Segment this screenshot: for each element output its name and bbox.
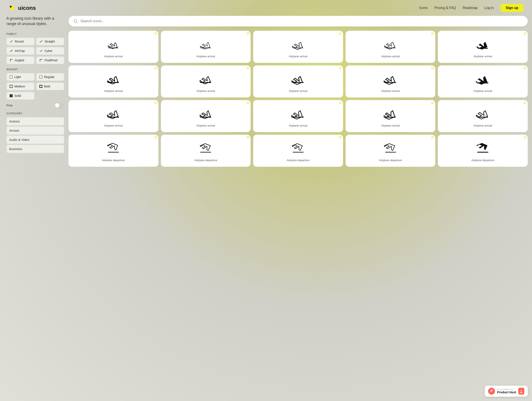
icon-label-dep-5: Airplane departure: [471, 159, 494, 162]
icon-label-3: Airplane arrival: [289, 55, 308, 58]
corner-badge-2: [246, 32, 249, 36]
icon-card-arr-2[interactable]: Airplane arrival: [161, 31, 251, 63]
airplane-arrival-icon-6: [106, 71, 121, 87]
corner-badge: [154, 32, 157, 36]
airplane-arrival-icon-13: [290, 106, 306, 121]
airplane-arrival-icon-5: [475, 37, 490, 52]
airplane-arrival-icon-10: [475, 71, 490, 87]
airplane-arrival-icon-15: [475, 106, 490, 121]
svg-point-1: [10, 6, 12, 7]
icon-card-arr-4[interactable]: Airplane arrival: [346, 31, 436, 63]
signup-button[interactable]: Sign up: [500, 4, 523, 12]
cyber-icon: [39, 49, 43, 53]
icons-grid: Airplane arrival Airplane arrival: [69, 31, 528, 167]
search-input[interactable]: [81, 19, 523, 23]
airplane-arrival-icon-2: [198, 37, 213, 52]
filter-cyber[interactable]: Cyber: [36, 47, 64, 55]
product-hunt-text: FEATURED ON Product Hunt: [497, 389, 516, 394]
icon-card-dep-1[interactable]: Airplane departure: [69, 135, 158, 167]
icon-card-arr-13[interactable]: Airplane arrival: [253, 100, 343, 132]
icon-card-arr-3[interactable]: Airplane arrival: [253, 31, 343, 63]
icon-label-11: Airplane arrival: [104, 124, 123, 127]
corner-badge-dep-5: [523, 136, 526, 139]
icon-card-arr-7[interactable]: Airplane arrival: [161, 65, 251, 98]
airplane-departure-icon-1: [106, 141, 121, 156]
solid-icon: [10, 94, 13, 97]
icon-card-arr-11[interactable]: Airplane arrival: [69, 100, 158, 132]
svg-point-2: [74, 20, 77, 22]
category-arrows[interactable]: Arrows: [6, 126, 64, 135]
nav-pricing[interactable]: Pricing & FAQ: [434, 6, 456, 10]
icon-card-arr-14[interactable]: Airplane arrival: [346, 100, 436, 132]
icon-label-1: Airplane arrival: [104, 55, 123, 58]
icon-card-dep-5[interactable]: Airplane departure: [438, 135, 528, 167]
icon-label-10: Airplane arrival: [474, 89, 492, 93]
corner-badge-9: [431, 67, 434, 70]
filter-round[interactable]: Round: [6, 38, 34, 45]
weight-medium[interactable]: Medium: [6, 82, 34, 90]
medium-icon: [10, 85, 13, 88]
bold-icon: [39, 85, 42, 88]
airplane-arrival-icon-12: [198, 106, 213, 121]
filter-inktrap[interactable]: InkTrap: [6, 47, 34, 55]
nav-login[interactable]: Log in: [484, 6, 494, 10]
free-label: Free: [6, 104, 13, 107]
free-toggle[interactable]: [54, 103, 64, 108]
icon-label-6: Airplane arrival: [104, 89, 123, 93]
corner-badge-3: [338, 32, 341, 36]
icon-label-13: Airplane arrival: [289, 124, 308, 127]
icon-card-arr-8[interactable]: Airplane arrival: [253, 65, 343, 98]
icon-card-arr-5[interactable]: Airplane arrival: [438, 31, 528, 63]
icon-card-dep-3[interactable]: Airplane departure: [253, 135, 343, 167]
corner-badge-5: [523, 32, 526, 36]
weight-solid[interactable]: Solid: [6, 92, 34, 100]
icon-label-9: Airplane arrival: [381, 89, 400, 93]
icon-card-arr-6[interactable]: Airplane arrival: [69, 65, 158, 98]
icon-card-arr-10[interactable]: Airplane arrival: [438, 65, 528, 98]
weight-label: WEIGHT: [6, 68, 64, 71]
corner-badge-dep-3: [338, 136, 341, 139]
icon-card-arr-9[interactable]: Airplane arrival: [346, 65, 436, 98]
corner-badge-dep-2: [246, 136, 249, 139]
filter-straight[interactable]: Straight: [36, 38, 64, 45]
category-actions[interactable]: Actions: [6, 117, 64, 125]
ph-votes: ▲ 69: [518, 388, 524, 395]
logo[interactable]: uicons: [9, 4, 36, 12]
family-filter-grid: Round Straight InkTrap Cyber Angled: [6, 38, 64, 64]
product-hunt-badge[interactable]: P FEATURED ON Product Hunt ▲ 69: [485, 386, 528, 397]
filter-fluidpixel[interactable]: FluidPixel: [36, 56, 64, 64]
icon-label-2: Airplane arrival: [196, 55, 215, 58]
airplane-arrival-icon-3: [290, 37, 306, 52]
airplane-departure-icon-4: [383, 141, 398, 156]
weight-regular[interactable]: Regular: [36, 73, 64, 81]
nav-roadmap[interactable]: Roadmap: [463, 6, 477, 10]
weight-filter-grid: Light Regular Medium Bold Solid: [6, 73, 64, 100]
regular-icon: [39, 75, 42, 79]
ph-featured-label: FEATURED ON: [497, 389, 516, 390]
category-label: CATEGORY: [6, 112, 64, 115]
filter-angled[interactable]: Angled: [6, 56, 34, 64]
icon-label-5: Airplane arrival: [474, 55, 492, 58]
content-area: Airplane arrival Airplane arrival: [69, 16, 528, 171]
icon-card-arr-15[interactable]: Airplane arrival: [438, 100, 528, 132]
icon-card-arr-12[interactable]: Airplane arrival: [161, 100, 251, 132]
corner-badge-10: [523, 67, 526, 70]
weight-bold[interactable]: Bold: [36, 82, 64, 90]
weight-light[interactable]: Light: [6, 73, 34, 81]
light-icon: [10, 75, 13, 79]
icon-card-dep-2[interactable]: Airplane departure: [161, 135, 251, 167]
icon-card-dep-4[interactable]: Airplane departure: [346, 135, 436, 167]
corner-badge-4: [431, 32, 434, 36]
angled-icon: [10, 59, 13, 62]
icon-card-arr-1[interactable]: Airplane arrival: [69, 31, 158, 63]
icon-label-dep-1: Airplane departure: [102, 159, 125, 162]
round-icon: [10, 40, 13, 43]
category-audio-video[interactable]: Audio & Video: [6, 136, 64, 144]
icon-label-14: Airplane arrival: [381, 124, 400, 127]
category-business[interactable]: Business: [6, 145, 64, 153]
search-icon: [73, 19, 78, 24]
tagline: A growing icon library with a range of u…: [6, 16, 64, 26]
airplane-arrival-icon-14: [383, 106, 398, 121]
corner-badge-12: [246, 102, 249, 105]
nav-icons[interactable]: Icons: [419, 6, 428, 10]
